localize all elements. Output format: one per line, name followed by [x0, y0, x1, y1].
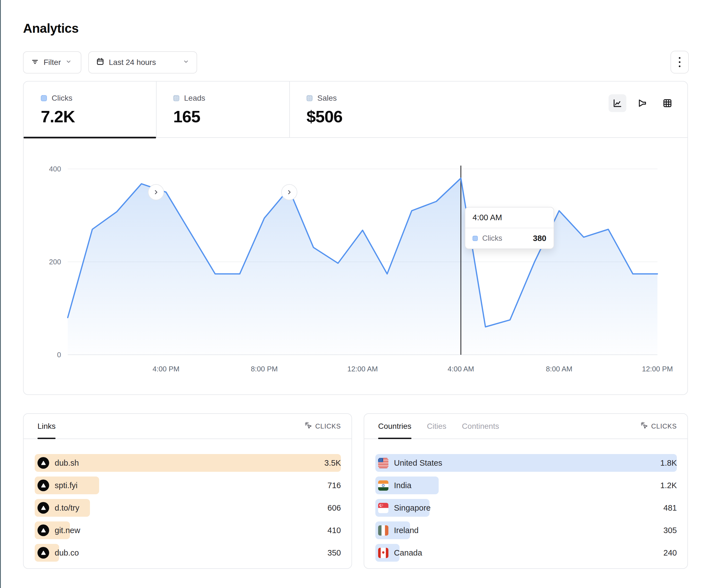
kebab-dot	[679, 57, 681, 59]
dub-logo-icon	[38, 502, 49, 514]
chart-type-switcher	[608, 94, 676, 112]
countries-metric-label: CLICKS	[651, 423, 677, 430]
kebab-dot	[679, 61, 681, 63]
tab-clicks[interactable]: Clicks 7.2K	[24, 82, 156, 138]
left-edge-strip	[0, 0, 1, 588]
date-range-label: Last 24 hours	[109, 58, 156, 67]
date-range-button[interactable]: Last 24 hours	[88, 51, 197, 73]
in-flag-icon	[378, 480, 388, 491]
calendar-icon	[96, 58, 104, 68]
table-row[interactable]: git.new410	[35, 521, 341, 539]
table-row[interactable]: d.to/try606	[35, 499, 341, 517]
table-row[interactable]: Singapore481	[375, 499, 677, 517]
chart-svg: 40020004:00 PM8:00 PM12:00 AM4:00 AM8:00…	[24, 138, 687, 394]
table-row[interactable]: spti.fyi716	[35, 476, 341, 494]
analytics-card: Clicks 7.2K Leads 165 Sales $506	[23, 81, 688, 395]
tab-divider	[289, 82, 290, 137]
row-label: d.to/try	[55, 503, 80, 513]
countries-tab-label: Countries	[378, 422, 411, 431]
tooltip-time: 4:00 AM	[465, 207, 554, 228]
row-label: Singapore	[394, 503, 431, 513]
row-value: 305	[664, 521, 677, 539]
clicks-value: 7.2K	[41, 107, 156, 126]
row-value: 350	[328, 544, 341, 562]
value-bar	[35, 454, 341, 472]
cursor-click-icon	[304, 421, 313, 431]
expand-clicks-button[interactable]	[148, 184, 164, 200]
links-metric-label: CLICKS	[316, 423, 341, 430]
line-chart-view-button[interactable]	[608, 94, 626, 112]
row-value: 481	[664, 499, 677, 517]
row-content: United States	[378, 454, 442, 472]
chevron-down-icon	[183, 58, 189, 67]
chevron-down-icon	[65, 58, 72, 67]
continents-tab-label: Continents	[462, 422, 499, 431]
links-tab-label: Links	[38, 422, 56, 431]
tab-countries[interactable]: Countries	[378, 414, 411, 438]
table-row[interactable]: dub.co350	[35, 544, 341, 562]
table-view-button[interactable]	[659, 94, 676, 112]
table-row[interactable]: India1.2K	[375, 476, 677, 494]
tooltip-series-label: Clicks	[482, 234, 502, 243]
row-label: Ireland	[394, 526, 419, 535]
tooltip-legend-swatch	[473, 236, 478, 241]
x-axis-tick-label: 12:00 PM	[642, 365, 673, 373]
active-tab-indicator	[378, 438, 411, 439]
sales-value: $506	[306, 107, 445, 126]
links-metric-header[interactable]: CLICKS	[304, 421, 341, 431]
tab-leads[interactable]: Leads 165	[156, 82, 289, 138]
dub-logo-icon	[38, 547, 49, 559]
links-rows: dub.sh3.5Kspti.fyi716d.to/try606git.new4…	[35, 454, 341, 566]
tab-links[interactable]: Links	[38, 414, 56, 438]
row-content: dub.sh	[38, 454, 79, 472]
filter-icon	[31, 58, 39, 68]
ie-flag-icon	[378, 525, 388, 536]
row-value: 606	[328, 499, 341, 517]
table-row[interactable]: Ireland305	[375, 521, 677, 539]
tab-cities[interactable]: Cities	[427, 414, 447, 438]
clicks-label: Clicks	[52, 94, 72, 103]
expand-leads-button[interactable]	[281, 184, 297, 200]
active-tab-indicator	[38, 438, 56, 439]
tab-continents[interactable]: Continents	[462, 414, 499, 438]
dub-logo-icon	[38, 524, 49, 536]
row-label: India	[394, 481, 411, 490]
y-axis-tick-label: 400	[49, 165, 61, 173]
more-options-button[interactable]	[670, 51, 689, 73]
countries-card-header: Countries Cities Continents CLICKS	[364, 414, 687, 439]
countries-metric-header[interactable]: CLICKS	[640, 421, 677, 431]
us-flag-icon	[378, 458, 388, 468]
ca-flag-icon	[378, 548, 388, 558]
leads-label: Leads	[184, 94, 205, 103]
clicks-time-series-chart[interactable]: 40020004:00 PM8:00 PM12:00 AM4:00 AM8:00…	[24, 138, 687, 394]
table-row[interactable]: dub.sh3.5K	[35, 454, 341, 472]
row-value: 1.8K	[660, 454, 677, 472]
dub-logo-icon	[38, 479, 49, 491]
filter-button-label: Filter	[44, 58, 61, 67]
row-label: dub.co	[55, 548, 79, 558]
row-label: United States	[394, 458, 442, 468]
row-value: 410	[328, 521, 341, 539]
dub-logo-icon	[38, 457, 49, 469]
tab-divider	[156, 82, 156, 137]
row-value: 716	[328, 476, 341, 494]
kebab-dot	[679, 65, 681, 67]
tab-sales[interactable]: Sales $506	[289, 82, 445, 138]
funnel-view-button[interactable]	[633, 94, 651, 112]
cursor-click-icon	[640, 421, 649, 431]
row-content: git.new	[38, 521, 80, 539]
sales-legend-swatch	[306, 95, 313, 101]
x-axis-tick-label: 8:00 PM	[251, 365, 278, 373]
row-content: Singapore	[378, 499, 431, 517]
sales-label: Sales	[317, 94, 337, 103]
row-label: git.new	[55, 526, 80, 535]
table-row[interactable]: United States1.8K	[375, 454, 677, 472]
analytics-page: Analytics Filter Last 24 hours Clicks	[0, 0, 711, 588]
filter-button[interactable]: Filter	[23, 51, 81, 73]
row-content: d.to/try	[38, 499, 80, 517]
y-axis-tick-label: 0	[57, 350, 61, 359]
row-content: dub.co	[38, 544, 79, 562]
row-label: dub.sh	[55, 458, 79, 468]
chart-tooltip: 4:00 AM Clicks 380	[465, 207, 554, 249]
table-row[interactable]: Canada240	[375, 544, 677, 562]
